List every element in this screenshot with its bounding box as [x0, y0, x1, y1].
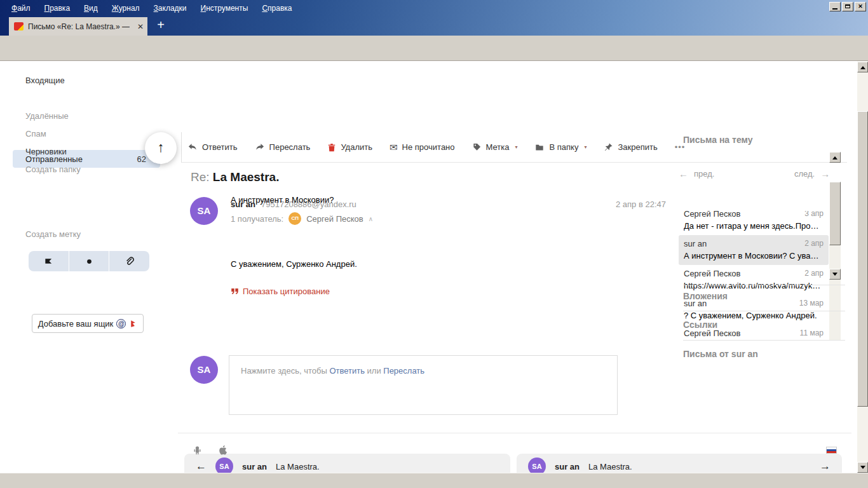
quick-reply-link[interactable]: Ответить — [329, 366, 365, 376]
move-to-folder-button[interactable]: В папку ▾ — [534, 142, 587, 152]
quick-reply-box[interactable]: Нажмите здесь, чтобы Ответить или Пересл… — [229, 355, 618, 415]
related-item-1[interactable]: Сергей Песков3 апр Да нет - гитара у мен… — [679, 211, 829, 235]
pin-icon — [604, 142, 613, 152]
links-section[interactable]: Ссылки — [683, 320, 717, 330]
sidebar-filter-iconrow — [29, 251, 149, 271]
sidebar-item-drafts[interactable]: Черновики — [25, 147, 67, 156]
attachment-paperclip-icon[interactable] — [109, 251, 149, 271]
new-tab-button[interactable]: + — [153, 18, 169, 31]
show-quote-toggle[interactable]: Показать цитирование — [231, 287, 330, 296]
red-flag-icon — [129, 319, 137, 328]
browser-navbar: ← → ↻ ⌂ i https://mail.yandex.ru/?uid=25… — [0, 36, 868, 61]
folder-caret-icon: ▾ — [584, 144, 587, 150]
tag-icon — [472, 142, 482, 152]
quote-icon — [231, 288, 239, 295]
mark-unread-button[interactable]: ✉ Не прочитано — [390, 142, 455, 153]
pin-button[interactable]: Закрепить — [604, 142, 657, 152]
restore-button[interactable] — [842, 2, 853, 11]
recipient-avatar[interactable]: СП — [288, 212, 301, 225]
menu-history[interactable]: Журнал — [105, 2, 146, 15]
scroll-to-top-button[interactable]: ↑ — [145, 132, 177, 164]
sender-avatar[interactable]: SA — [190, 197, 218, 225]
page-scroll-thumb[interactable] — [857, 111, 868, 407]
tab-title: Письмо «Re: La Maestra.» — sur — [28, 22, 130, 31]
prev-card-arrow-icon: ← — [196, 460, 207, 473]
browser-titlebar: Файл Правка Вид Журнал Закладки Инструме… — [0, 0, 868, 36]
minimize-button[interactable] — [829, 2, 841, 11]
related-scroll-thumb[interactable] — [829, 182, 841, 245]
menu-bookmarks[interactable]: Закладки — [147, 2, 193, 15]
russian-flag-icon[interactable] — [826, 447, 837, 454]
yandex-mail-favicon — [14, 22, 24, 30]
next-card-subject: La Maestra. — [588, 462, 632, 471]
menu-help[interactable]: Справка — [255, 2, 298, 15]
add-mailbox-label: Добавьте ваш ящик — [38, 319, 114, 329]
message-body-line1: А инструмент в Московии? — [231, 195, 334, 205]
menu-edit[interactable]: Правка — [38, 2, 77, 15]
reply-icon — [187, 142, 198, 152]
next-card-arrow-icon: → — [820, 460, 831, 473]
divider — [683, 311, 845, 311]
forward-button-mail[interactable]: Переслать — [255, 142, 311, 152]
footer-divider — [178, 433, 851, 433]
trash-icon — [327, 142, 336, 152]
apple-icon[interactable] — [218, 444, 228, 456]
page-scroll-down-button[interactable] — [857, 462, 868, 473]
sidebar-item-inbox[interactable]: Входящие — [25, 76, 65, 85]
message-recipients-line: 1 получатель: СП Сергей Песков ∧ — [231, 212, 373, 225]
sidebar-item-trash[interactable]: Удалённые — [25, 111, 69, 121]
next-message-link[interactable]: след. → — [794, 168, 830, 179]
delete-button[interactable]: Удалить — [327, 142, 372, 152]
folder-icon — [534, 143, 545, 152]
prev-card-subject: La Maestra. — [276, 462, 320, 471]
prev-card-sender: sur an — [242, 462, 267, 471]
divider — [683, 285, 845, 285]
message-subject: Re: La Maestra. — [191, 170, 279, 184]
recipient-name[interactable]: Сергей Песков — [306, 214, 363, 224]
taskbar: Пуск ▶ e Письмо «Re: La Maes… RU S G 10:… — [0, 473, 868, 488]
next-card-sender: sur an — [555, 462, 580, 471]
add-mailbox-button[interactable]: Добавьте ваш ящик @ — [32, 314, 144, 333]
attachments-section[interactable]: Вложения — [683, 291, 728, 301]
next-arrow-icon: → — [820, 168, 830, 179]
browser-menubar: Файл Правка Вид Журнал Закладки Инструме… — [0, 0, 868, 16]
unread-dot-icon[interactable] — [69, 251, 110, 271]
page-scroll-up-button[interactable] — [857, 62, 868, 72]
menu-view[interactable]: Вид — [78, 2, 104, 15]
mail-page: Входящие Отправленные 62 Удалённые Спам … — [0, 61, 857, 473]
label-button[interactable]: Метка ▾ — [472, 142, 518, 152]
window-controls: ✕ — [829, 2, 866, 11]
create-folder-link[interactable]: Создать папку — [25, 165, 81, 174]
related-item-3[interactable]: Сергей Песков2 апр https://www.avito.ru/… — [679, 265, 829, 295]
label-caret-icon: ▾ — [515, 144, 517, 150]
sidebar-item-spam[interactable]: Спам — [25, 129, 46, 139]
collapse-recipients-icon[interactable]: ∧ — [369, 215, 373, 222]
close-window-button[interactable]: ✕ — [855, 2, 866, 11]
envelope-icon: ✉ — [390, 142, 398, 153]
important-flag-icon[interactable] — [29, 251, 69, 271]
related-heading: Письма на тему — [683, 135, 752, 145]
message-date: 2 апр в 22:47 — [609, 200, 666, 209]
prev-arrow-icon: ← — [679, 168, 688, 179]
related-scroll-down-button[interactable] — [829, 269, 841, 280]
android-icon[interactable] — [192, 445, 203, 456]
recipients-label: 1 получатель: — [231, 214, 283, 224]
message-signature: С уважением, Сурженко Андрей. — [231, 259, 357, 269]
forward-icon — [255, 142, 265, 152]
menu-tools[interactable]: Инструменты — [194, 2, 255, 15]
screen: Файл Правка Вид Журнал Закладки Инструме… — [0, 0, 868, 488]
create-label-link[interactable]: Создать метку — [25, 229, 81, 239]
related-scroll-up-button[interactable] — [829, 152, 841, 163]
letters-from-section[interactable]: Письма от sur an — [683, 349, 758, 359]
reply-user-avatar: SA — [190, 356, 218, 384]
prev-message-link[interactable]: ← пред. — [679, 168, 714, 179]
sent-count-badge: 62 — [137, 154, 146, 164]
menu-file[interactable]: Файл — [5, 2, 37, 15]
divider — [683, 340, 845, 341]
reply-button[interactable]: Ответить — [187, 142, 238, 152]
mailru-at-icon: @ — [116, 319, 126, 329]
tab-close-icon[interactable]: ✕ — [137, 22, 144, 31]
quick-forward-link[interactable]: Переслать — [383, 366, 424, 376]
browser-tab[interactable]: Письмо «Re: La Maestra.» — sur ✕ — [9, 17, 147, 36]
related-item-2-selected[interactable]: sur an2 апр А инструмент в Московии? С у… — [679, 235, 829, 265]
